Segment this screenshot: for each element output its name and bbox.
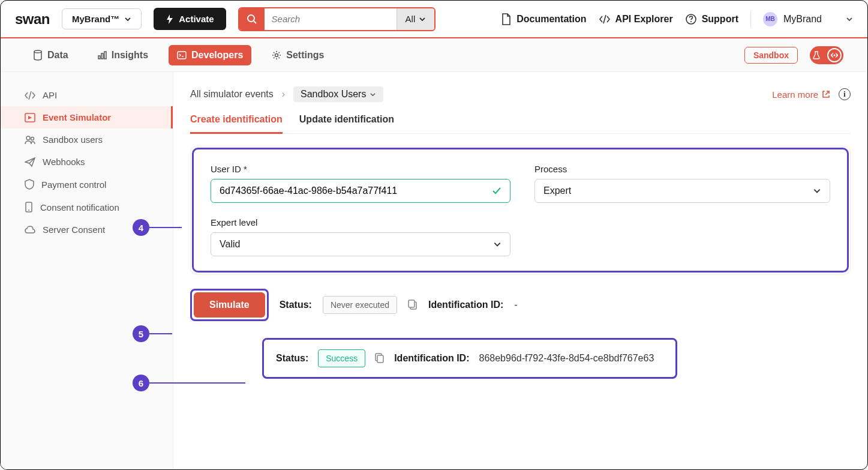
svg-rect-19 xyxy=(377,355,383,363)
shield-icon xyxy=(25,179,34,190)
code-icon xyxy=(599,14,611,24)
chevron-right-icon: › xyxy=(282,89,285,100)
learn-more-link[interactable]: Learn more xyxy=(772,89,830,100)
nav-developers-label: Developers xyxy=(191,50,243,61)
sidebar-item-payment-control[interactable]: Payment control xyxy=(1,173,173,196)
external-link-icon xyxy=(822,90,830,98)
sidebar: API Event Simulator Sandbox users Webhoo… xyxy=(1,72,173,470)
tab-create-identification[interactable]: Create identification xyxy=(190,114,283,133)
sandbox-badge[interactable]: Sandbox xyxy=(744,47,798,64)
expert-level-field: Expert level Valid xyxy=(211,217,510,256)
user-menu[interactable]: MB MyBrand xyxy=(763,12,853,26)
sidebar-api-label: API xyxy=(43,90,57,100)
result-card: Status: Success Identification ID: 868eb… xyxy=(264,340,675,377)
mobile-icon xyxy=(25,202,33,212)
code-icon xyxy=(25,91,35,100)
action-row: Simulate Status: Never executed Identifi… xyxy=(190,289,851,321)
lightning-icon xyxy=(166,14,174,24)
nav-settings[interactable]: Settings xyxy=(263,45,332,65)
svg-rect-8 xyxy=(178,52,186,59)
api-explorer-link[interactable]: API Explorer xyxy=(599,14,673,25)
simulate-wrap: Simulate xyxy=(190,289,269,321)
svg-rect-6 xyxy=(101,53,103,59)
send-icon xyxy=(25,157,35,167)
database-icon xyxy=(33,50,43,61)
identification-id-value: - xyxy=(514,300,517,310)
nav-settings-label: Settings xyxy=(286,50,324,61)
sidebar-item-api[interactable]: API xyxy=(1,84,173,106)
users-icon xyxy=(25,135,35,145)
sidebar-item-event-simulator[interactable]: Event Simulator xyxy=(1,106,173,128)
environment-toggle[interactable] xyxy=(810,46,843,64)
form-grid: User ID * Process Expert xyxy=(192,148,849,273)
copy-icon[interactable] xyxy=(408,300,418,310)
activate-button[interactable]: Activate xyxy=(154,8,226,30)
crumb-sandbox-users-dropdown[interactable]: Sandbox Users xyxy=(293,86,383,102)
sidebar-item-sandbox-users[interactable]: Sandbox users xyxy=(1,128,173,151)
search-filter-dropdown[interactable]: All xyxy=(397,8,435,30)
chevron-down-icon xyxy=(813,187,821,195)
document-icon xyxy=(501,13,512,25)
success-badge: Success xyxy=(318,349,365,367)
annotation-5: 5 xyxy=(133,325,149,342)
learn-more-label: Learn more xyxy=(772,89,818,100)
sidebar-event-simulator-label: Event Simulator xyxy=(43,112,111,122)
svg-point-15 xyxy=(28,209,29,211)
user-id-input[interactable] xyxy=(220,185,492,196)
sidebar-payment-control-label: Payment control xyxy=(41,179,106,190)
identification-id-label: Identification ID: xyxy=(428,300,503,310)
support-label: Support xyxy=(702,14,738,25)
process-value: Expert xyxy=(543,185,571,196)
sidebar-item-webhooks[interactable]: Webhooks xyxy=(1,151,173,173)
chevron-down-icon xyxy=(124,16,131,23)
live-icon xyxy=(830,51,839,59)
divider xyxy=(750,11,751,28)
brand-dropdown[interactable]: MyBrand™ xyxy=(62,8,142,29)
search-icon-box[interactable] xyxy=(239,8,265,30)
result-id-label: Identification ID: xyxy=(394,353,469,364)
svg-point-0 xyxy=(248,15,254,22)
search-bar: All xyxy=(238,7,436,31)
chevron-down-icon xyxy=(846,16,853,23)
copy-icon[interactable] xyxy=(375,353,385,364)
breadcrumb: All simulator events › Sandbox Users Lea… xyxy=(190,86,851,102)
expert-level-select[interactable]: Valid xyxy=(211,232,510,256)
sub-tabs: Create identification Update identificat… xyxy=(190,114,851,134)
result-id-value: 868eb96d-f792-43fe-8d54-ce8bdf767e63 xyxy=(479,353,654,364)
chevron-down-icon xyxy=(419,16,426,23)
svg-point-13 xyxy=(31,137,34,140)
nav-insights[interactable]: Insights xyxy=(89,45,157,65)
search-input[interactable] xyxy=(265,8,397,30)
content-area: All simulator events › Sandbox Users Lea… xyxy=(173,72,867,470)
sidebar-sandbox-users-label: Sandbox users xyxy=(43,134,103,145)
user-id-field: User ID * xyxy=(211,164,510,203)
svg-point-10 xyxy=(834,54,836,56)
info-icon[interactable]: i xyxy=(839,88,851,100)
form-card: User ID * Process Expert xyxy=(190,146,851,274)
support-link[interactable]: Support xyxy=(685,13,738,25)
flask-icon xyxy=(813,51,820,59)
documentation-link[interactable]: Documentation xyxy=(501,13,586,25)
nav-data[interactable]: Data xyxy=(25,45,77,65)
user-id-label: User ID * xyxy=(211,164,510,174)
logo: swan xyxy=(15,11,50,28)
process-label: Process xyxy=(534,164,830,174)
svg-point-4 xyxy=(34,50,41,53)
nav-developers[interactable]: Developers xyxy=(169,45,251,65)
tab-update-identification[interactable]: Update identification xyxy=(299,114,394,133)
sidebar-item-consent-notification[interactable]: Consent notification xyxy=(1,196,173,218)
result-wrap: Status: Success Identification ID: 868eb… xyxy=(262,338,677,379)
top-bar: swan MyBrand™ Activate All Documentation… xyxy=(1,1,867,38)
process-select[interactable]: Expert xyxy=(534,179,830,203)
crumb-all-events[interactable]: All simulator events xyxy=(190,89,274,100)
gear-icon xyxy=(272,50,281,60)
simulate-button[interactable]: Simulate xyxy=(194,292,265,318)
result-status-label: Status: xyxy=(276,353,308,364)
sidebar-server-consent-label: Server Consent xyxy=(43,224,105,235)
sidebar-consent-notification-label: Consent notification xyxy=(40,202,119,212)
svg-point-12 xyxy=(26,136,30,140)
sidebar-webhooks-label: Webhooks xyxy=(43,157,85,167)
user-id-input-wrap xyxy=(211,179,510,203)
main: API Event Simulator Sandbox users Webhoo… xyxy=(1,72,867,470)
documentation-label: Documentation xyxy=(516,14,586,25)
